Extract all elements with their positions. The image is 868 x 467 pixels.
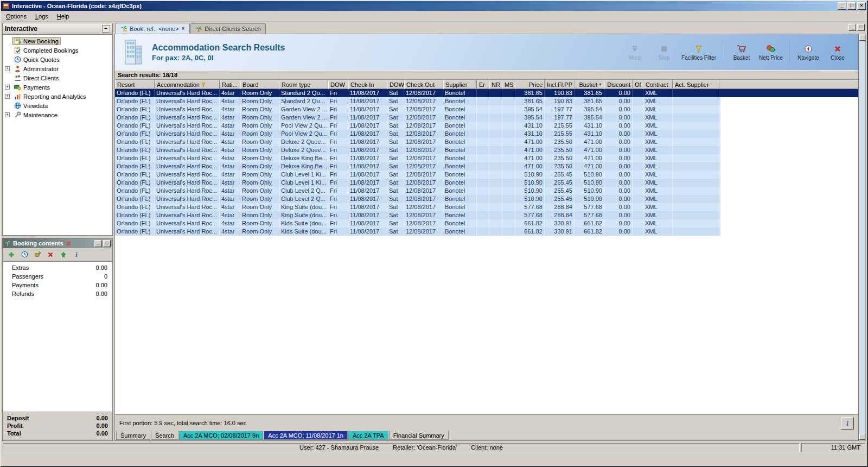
close-button[interactable]: Close <box>824 42 852 62</box>
column-header-supplier-9[interactable]: Supplier <box>443 80 477 89</box>
sidebar-item-payments[interactable]: +Payments <box>3 83 112 92</box>
cell-supplier: Bonotel <box>443 203 477 211</box>
booking-row-passengers[interactable]: Passengers0 <box>3 272 112 281</box>
sidebar-item-completed-bookings[interactable]: Completed Bookings <box>3 46 112 55</box>
column-header-contract-18[interactable]: Contract <box>643 80 673 89</box>
column-header-check-in-6[interactable]: Check In <box>348 80 387 89</box>
booking-panel-minimize-button[interactable]: _ <box>94 240 102 247</box>
booking-panel-close-icon[interactable] <box>66 241 72 247</box>
toolbar-button-label: More <box>629 55 641 61</box>
clock-button[interactable] <box>20 250 29 259</box>
add-button[interactable] <box>7 250 16 259</box>
sidebar-item-direct-clients[interactable]: Direct Clients <box>3 73 112 83</box>
delete-button[interactable] <box>46 250 55 259</box>
sidebar-item-viewdata[interactable]: Viewdata <box>3 101 112 110</box>
column-header-room-type-4[interactable]: Room type <box>279 80 328 89</box>
booking-panel-maximize-button[interactable]: □ <box>103 240 111 247</box>
cell-price: 395.54 <box>515 105 545 113</box>
expand-icon[interactable]: + <box>5 94 10 99</box>
table-row-16[interactable]: Orlando (FL)Universal's Hard Roc...4star… <box>115 219 720 228</box>
expand-icon[interactable]: + <box>5 66 10 71</box>
gutter-top-box[interactable] <box>859 35 865 41</box>
expand-icon[interactable]: + <box>5 112 10 117</box>
move-up-button[interactable] <box>59 250 68 259</box>
column-header-dow-7[interactable]: DOW <box>387 80 404 89</box>
menu-item-options[interactable]: Options <box>2 12 31 21</box>
column-header-of-17[interactable]: Of <box>633 80 643 89</box>
table-row-17[interactable]: Orlando (FL)Universal's Hard Roc...4star… <box>115 228 720 236</box>
mdi-minimize-button[interactable]: _ <box>848 24 856 31</box>
column-header-resort-0[interactable]: Resort <box>115 80 155 89</box>
table-row-2[interactable]: Orlando (FL)Universal's Hard Roc...4star… <box>115 105 720 113</box>
table-row-13[interactable]: Orlando (FL)Universal's Hard Roc...4star… <box>115 195 720 203</box>
table-row-10[interactable]: Orlando (FL)Universal's Hard Roc...4star… <box>115 171 720 179</box>
column-header-price-13[interactable]: Price <box>515 80 545 89</box>
mdi-restore-button[interactable]: □ <box>857 24 865 31</box>
table-row-12[interactable]: Orlando (FL)Universal's Hard Roc...4star… <box>115 187 720 195</box>
sidebar-item-quick-quotes[interactable]: Quick Quotes <box>3 55 112 64</box>
bottom-tab-acc-2a-mco-11-08-2017-1n[interactable]: Acc 2A MCO; 11/08/2017 1n <box>264 431 348 440</box>
column-header-er-10[interactable]: Er <box>477 80 489 89</box>
sidebar-item-administrator[interactable]: +Administrator <box>3 64 112 73</box>
table-row-3[interactable]: Orlando (FL)Universal's Hard Roc...4star… <box>115 113 720 122</box>
stop-button[interactable]: Stop <box>650 42 678 62</box>
bottom-tab-acc-2a-mco-02-08-2017-9n[interactable]: Acc 2A MCO; 02/08/2017 9n <box>179 431 263 440</box>
cell-of <box>633 219 643 228</box>
facilities-filter-button[interactable]: Facilities Filter <box>679 42 718 62</box>
table-row-11[interactable]: Orlando (FL)Universal's Hard Roc...4star… <box>115 179 720 187</box>
panel-collapse-button[interactable]: − <box>102 25 110 33</box>
table-row-9[interactable]: Orlando (FL)Universal's Hard Roc...4star… <box>115 162 720 171</box>
basket-add-button[interactable] <box>33 250 42 259</box>
expand-icon[interactable]: + <box>5 85 10 90</box>
table-row-5[interactable]: Orlando (FL)Universal's Hard Roc...4star… <box>115 130 720 138</box>
close-button[interactable]: × <box>857 2 866 10</box>
table-row-14[interactable]: Orlando (FL)Universal's Hard Roc...4star… <box>115 203 720 211</box>
bottom-tab-acc-2a-tpa[interactable]: Acc 2A TPA <box>348 431 388 440</box>
table-row-7[interactable]: Orlando (FL)Universal's Hard Roc...4star… <box>115 146 720 154</box>
more-button[interactable]: More <box>621 42 649 62</box>
nett-price-button[interactable]: Nett Price <box>757 42 785 62</box>
tab-close-icon[interactable]: × <box>181 26 186 31</box>
basket-button[interactable]: Basket <box>727 42 756 62</box>
booking-row-payments[interactable]: Payments0.00 <box>3 281 112 289</box>
table-row-0[interactable]: Orlando (FL)Universal's Hard Roc...4star… <box>115 89 858 97</box>
sidebar-item-new-booking[interactable]: New Booking <box>3 36 112 46</box>
table-row-4[interactable]: Orlando (FL)Universal's Hard Roc...4star… <box>115 122 720 130</box>
funnel-small-icon[interactable] <box>201 82 206 87</box>
column-header-check-out-8[interactable]: Check Out <box>404 80 443 89</box>
table-row-15[interactable]: Orlando (FL)Universal's Hard Roc...4star… <box>115 211 720 219</box>
column-header-board-3[interactable]: Board <box>240 80 279 89</box>
column-header-accommodation-1[interactable]: Accommodation <box>155 80 220 89</box>
table-row-1[interactable]: Orlando (FL)Universal's Hard Roc...4star… <box>115 97 720 105</box>
gutter-bottom-box[interactable] <box>859 434 865 440</box>
right-scroll-gutter[interactable] <box>859 34 866 441</box>
info-button[interactable]: i <box>72 250 81 259</box>
column-header-dow-5[interactable]: DOW <box>328 80 348 89</box>
sidebar-item-maintenance[interactable]: +Maintenance <box>3 110 112 119</box>
column-header-incl-fl-pp-14[interactable]: Incl.Fl.PP <box>545 80 575 89</box>
column-header-nr-11[interactable]: NR <box>489 80 502 89</box>
column-header-rati-2[interactable]: Rati... <box>220 80 240 89</box>
header-toolbar: MoreStopFacilities FilterBasketNett Pric… <box>621 42 852 62</box>
tab-book-ref-none[interactable]: Book. ref.: <none>× <box>116 23 190 34</box>
column-header-act-supplier-19[interactable]: Act. Supplier <box>673 80 719 89</box>
column-header-basket-15[interactable]: Basket▼ <box>575 80 604 89</box>
bottom-tab-summary[interactable]: Summary <box>116 431 150 440</box>
table-row-6[interactable]: Orlando (FL)Universal's Hard Roc...4star… <box>115 138 720 146</box>
info-button[interactable]: i <box>841 417 854 430</box>
sidebar-item-reporting-and-analytics[interactable]: +Reporting and Analytics <box>3 92 112 101</box>
bottom-tab-financial-summary[interactable]: Financial Summary <box>389 431 449 440</box>
bottom-tab-search[interactable]: Search <box>151 431 178 440</box>
booking-row-refunds[interactable]: Refunds0.00 <box>3 289 112 298</box>
menu-item-logs[interactable]: Logs <box>31 12 53 21</box>
column-header-ms-12[interactable]: MS <box>502 80 515 89</box>
table-row-8[interactable]: Orlando (FL)Universal's Hard Roc...4star… <box>115 154 720 162</box>
navigate-button[interactable]: Navigate <box>794 42 822 62</box>
tab-direct-clients-search[interactable]: Direct Clients Search <box>190 23 265 34</box>
menu-item-help[interactable]: Help <box>53 12 74 21</box>
minimize-button[interactable]: _ <box>838 2 846 10</box>
maximize-button[interactable]: □ <box>847 2 856 10</box>
cell-check-in: 11/08/2017 <box>348 195 387 203</box>
column-header-discount-16[interactable]: Discount <box>604 80 633 89</box>
booking-row-extras[interactable]: Extras0.00 <box>3 263 112 272</box>
